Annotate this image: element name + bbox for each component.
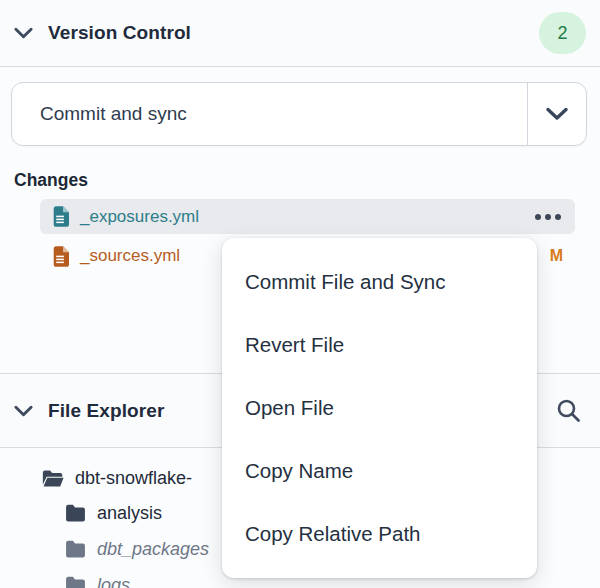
modified-status-badge: M: [550, 247, 563, 265]
folder-open-icon: [42, 469, 64, 488]
chevron-down-icon: [545, 107, 569, 121]
changed-file-row-exposures[interactable]: _exposures.yml: [40, 199, 575, 234]
menu-item-commit-file-and-sync[interactable]: Commit File and Sync: [222, 250, 537, 313]
version-control-collapse-chevron-icon[interactable]: [14, 27, 33, 39]
menu-item-copy-name[interactable]: Copy Name: [222, 439, 537, 502]
file-explorer-collapse-chevron-icon[interactable]: [14, 405, 33, 417]
changed-file-name: _exposures.yml: [80, 207, 199, 227]
changes-count-badge: 2: [539, 12, 586, 54]
menu-item-copy-relative-path[interactable]: Copy Relative Path: [222, 502, 537, 565]
version-control-header: Version Control 2: [0, 0, 600, 67]
menu-item-open-file[interactable]: Open File: [222, 376, 537, 439]
file-explorer-title: File Explorer: [48, 400, 164, 422]
tree-item-label: logs: [97, 575, 130, 588]
folder-icon: [65, 540, 86, 558]
commit-action-selected-value: Commit and sync: [12, 83, 527, 145]
tree-item-label: dbt-snowflake-: [75, 468, 192, 489]
tree-item-project-root[interactable]: dbt-snowflake-: [42, 463, 192, 493]
folder-icon: [65, 504, 86, 522]
search-icon[interactable]: [551, 397, 586, 424]
yaml-file-icon: [52, 246, 69, 267]
changes-section-label: Changes: [14, 170, 88, 191]
file-context-menu: Commit File and Sync Revert File Open Fi…: [222, 238, 537, 578]
version-control-title: Version Control: [48, 22, 191, 44]
commit-action-dropdown[interactable]: Commit and sync: [11, 82, 587, 146]
tree-item-label: dbt_packages: [97, 539, 209, 560]
tree-item-logs[interactable]: logs: [65, 570, 130, 588]
tree-item-label: analysis: [97, 503, 162, 524]
dropdown-caret-section[interactable]: [527, 83, 586, 145]
menu-item-revert-file[interactable]: Revert File: [222, 313, 537, 376]
folder-icon: [65, 576, 86, 588]
file-actions-ellipsis-icon[interactable]: [533, 212, 563, 222]
yaml-file-icon: [52, 206, 69, 227]
tree-item-analysis[interactable]: analysis: [65, 498, 162, 528]
tree-item-dbt-packages[interactable]: dbt_packages: [65, 534, 209, 564]
changed-file-name: _sources.yml: [80, 246, 180, 266]
